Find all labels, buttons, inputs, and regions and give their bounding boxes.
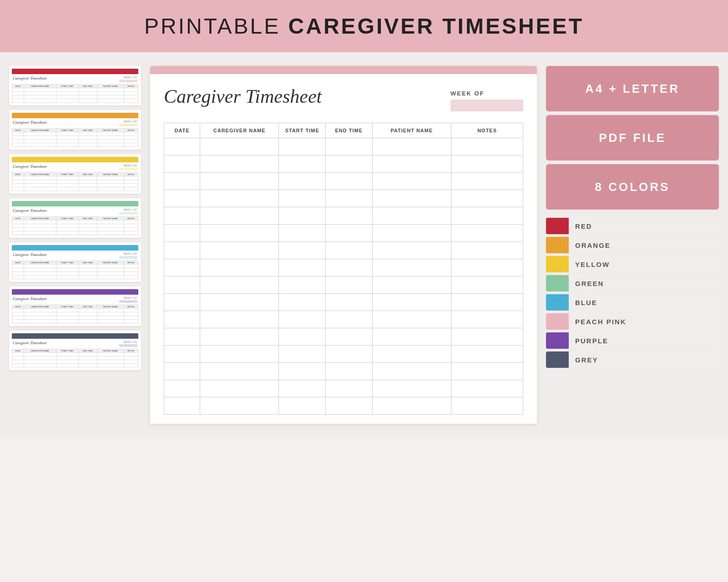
preview-cell: [97, 95, 124, 99]
table-cell: [200, 207, 279, 225]
preview-col-header: DATE: [12, 173, 24, 176]
table-cell: [326, 156, 373, 173]
preview-title-area: Caregiver TimesheetWEEK OF: [12, 120, 138, 126]
main-col-header: DATE: [164, 123, 200, 138]
preview-cell: [24, 272, 56, 276]
preview-card: Caregiver TimesheetWEEK OFDATECAREGIVER …: [9, 198, 141, 238]
preview-cell: [56, 136, 78, 140]
table-cell: [326, 380, 373, 397]
info-badge-text: A4 + LETTER: [585, 82, 680, 96]
preview-cell: [12, 364, 24, 367]
preview-cell: [56, 265, 78, 268]
preview-cell: [124, 265, 138, 268]
color-item: GREY: [546, 351, 719, 368]
table-cell: [326, 311, 373, 328]
table-cell: [326, 397, 373, 415]
preview-cell: [12, 231, 24, 235]
table-cell: [451, 138, 523, 156]
preview-cell: [97, 99, 124, 103]
preview-cell: [124, 88, 138, 92]
table-cell: [164, 380, 200, 397]
preview-col-header: PATIENT NAME: [97, 305, 124, 309]
preview-cell: [78, 265, 97, 268]
preview-col-header: CAREGIVER NAME: [24, 349, 56, 353]
preview-cell: [97, 176, 124, 180]
preview-title-area: Caregiver TimesheetWEEK OF: [12, 296, 138, 303]
preview-cell: [24, 143, 56, 147]
table-cell: [164, 294, 200, 311]
preview-col-header: START TIME: [56, 261, 78, 265]
preview-cell: [56, 221, 78, 224]
preview-title-area: Caregiver TimesheetWEEK OF: [12, 252, 138, 259]
preview-cell: [56, 312, 78, 316]
preview-cell: [124, 99, 138, 103]
color-label: BLUE: [569, 294, 719, 311]
table-cell: [372, 328, 451, 346]
preview-cell: [124, 316, 138, 320]
table-cell: [200, 259, 279, 276]
color-item: PEACH PINK: [546, 313, 719, 330]
preview-cell: [124, 221, 138, 224]
preview-col-header: NOTES: [124, 173, 138, 176]
color-item: BLUE: [546, 294, 719, 311]
preview-week-block: WEEK OF: [119, 296, 137, 303]
preview-cell: [12, 88, 24, 92]
table-cell: [279, 276, 326, 294]
preview-cell: [124, 180, 138, 184]
right-column: A4 + LETTERPDF FILE8 COLORSREDORANGEYELL…: [546, 66, 719, 424]
preview-cell: [56, 92, 78, 95]
color-label: RED: [569, 218, 719, 234]
preview-cell: [97, 320, 124, 323]
table-cell: [451, 363, 523, 380]
preview-cell: [97, 316, 124, 320]
preview-row: [12, 231, 138, 235]
table-cell: [326, 207, 373, 225]
table-row: [164, 380, 523, 397]
preview-row: [12, 356, 138, 360]
page-header: PRINTABLE CAREGIVER TIMESHEET: [0, 0, 728, 52]
preview-cell: [97, 88, 124, 92]
table-cell: [279, 190, 326, 207]
main-script-title: Caregiver Timesheet: [164, 85, 322, 107]
preview-cell: [78, 316, 97, 320]
preview-cell: [56, 364, 78, 367]
table-cell: [279, 328, 326, 346]
preview-cell: [12, 99, 24, 103]
preview-cell: [12, 184, 24, 187]
preview-cell: [24, 364, 56, 367]
preview-col-header: PATIENT NAME: [97, 349, 124, 353]
preview-cell: [124, 187, 138, 191]
color-swatch: [546, 275, 569, 291]
table-cell: [372, 294, 451, 311]
preview-cell: [97, 143, 124, 147]
preview-week-block: WEEK OF: [119, 164, 137, 171]
preview-script-title: Caregiver Timesheet: [13, 252, 46, 257]
table-cell: [451, 242, 523, 259]
preview-mini-table: DATECAREGIVER NAMESTART TIMEEND TIMEPATI…: [12, 305, 138, 323]
table-cell: [279, 242, 326, 259]
preview-week-block: WEEK OF: [119, 341, 137, 347]
preview-cell: [124, 353, 138, 356]
table-cell: [451, 225, 523, 242]
preview-week-box: [119, 256, 137, 259]
table-cell: [326, 363, 373, 380]
table-cell: [279, 397, 326, 415]
preview-week-label: WEEK OF: [124, 208, 137, 211]
preview-cell: [124, 140, 138, 143]
table-cell: [372, 259, 451, 276]
preview-cell: [12, 221, 24, 224]
preview-cell: [124, 356, 138, 360]
preview-cell: [124, 176, 138, 180]
table-row: [164, 311, 523, 328]
table-header: DATECAREGIVER NAMESTART TIMEEND TIMEPATI…: [164, 123, 523, 138]
preview-row: [12, 132, 138, 136]
preview-accent-bar: [12, 333, 138, 339]
preview-cell: [97, 221, 124, 224]
preview-cell: [24, 136, 56, 140]
table-cell: [164, 138, 200, 156]
preview-cell: [78, 364, 97, 367]
preview-cell: [12, 309, 24, 312]
preview-mini-table: DATECAREGIVER NAMESTART TIMEEND TIMEPATI…: [12, 349, 138, 367]
preview-cell: [56, 95, 78, 99]
preview-mini-table: DATECAREGIVER NAMESTART TIMEEND TIMEPATI…: [12, 172, 138, 191]
